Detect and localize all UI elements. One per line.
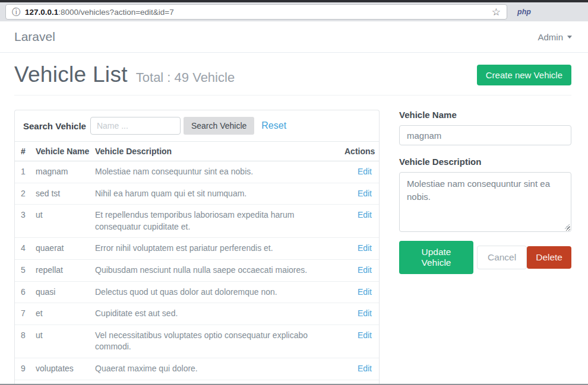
vehicle-list-card: Search Vehicle Search Vehicle Reset # Ve… <box>14 110 380 385</box>
row-vehicle-name: sed tst <box>31 183 90 205</box>
page-info-icon[interactable]: ⓘ <box>12 8 20 16</box>
row-vehicle-name: et <box>31 303 90 325</box>
table-row: 3 ut Et repellendus temporibus laboriosa… <box>15 205 379 238</box>
table-row: 2 sed tst Nihil ea harum quam qui et sit… <box>15 183 379 205</box>
table-row: 4 quaerat Error nihil voluptatem est par… <box>15 238 379 260</box>
edit-link[interactable]: Edit <box>358 243 372 253</box>
total-count-label: Total : 49 Vehicle <box>136 70 235 85</box>
row-number: 7 <box>15 303 31 325</box>
header-divider <box>14 95 571 96</box>
bookmark-star-icon[interactable]: ☆ <box>492 7 501 17</box>
edit-link[interactable]: Edit <box>358 167 372 176</box>
vehicle-table: # Vehicle Name Vehicle Description Actio… <box>15 141 379 385</box>
row-number: 6 <box>15 281 31 303</box>
row-vehicle-description: Nihil ea harum quam qui et sit numquam. <box>90 183 340 205</box>
reset-link[interactable]: Reset <box>261 120 286 131</box>
table-row: 5 repellat Quibusdam nesciunt nulla null… <box>15 259 379 281</box>
browser-toolbar: ⓘ 127.0.0.1:8000/vehicles?action=edit&id… <box>0 2 588 21</box>
row-vehicle-description: Vel necessitatibus voluptates optio cons… <box>90 324 340 358</box>
admin-dropdown[interactable]: Admin <box>538 32 572 42</box>
table-row: 8 ut Vel necessitatibus voluptates optio… <box>15 324 379 358</box>
row-vehicle-name: ut <box>31 205 90 238</box>
admin-dropdown-label: Admin <box>538 32 563 42</box>
update-vehicle-button[interactable]: Update Vehicle <box>399 241 473 274</box>
row-number: 2 <box>15 183 31 205</box>
create-vehicle-button[interactable]: Create new Vehicle <box>477 65 571 85</box>
row-vehicle-description: Molestiae nam consequuntur sint ea nobis… <box>90 161 340 183</box>
row-number: 8 <box>15 324 31 358</box>
row-vehicle-description: Et repellendus temporibus laboriosam exp… <box>90 205 340 238</box>
row-vehicle-name: ut <box>31 324 90 358</box>
row-vehicle-description: Delectus quod ut quas dolor aut doloremq… <box>90 281 340 303</box>
url-host: 127.0.0.1 <box>25 8 58 17</box>
bookmark-php[interactable]: php <box>517 8 531 16</box>
col-header-description: Vehicle Description <box>90 142 340 161</box>
vehicle-table-body: 1 magnam Molestiae nam consequuntur sint… <box>15 161 379 385</box>
browser-chrome: ⓘ 127.0.0.1:8000/vehicles?action=edit&id… <box>0 0 588 21</box>
row-vehicle-name: quasi <box>31 281 90 303</box>
url-text: 127.0.0.1:8000/vehicles?action=edit&id=7 <box>25 8 174 17</box>
row-vehicle-name: repellat <box>31 259 90 281</box>
vehicle-name-label: Vehicle Name <box>399 110 571 120</box>
row-vehicle-name: magnam <box>31 161 90 183</box>
search-button[interactable]: Search Vehicle <box>184 117 254 135</box>
edit-link[interactable]: Edit <box>358 330 372 340</box>
cancel-button[interactable]: Cancel <box>477 246 527 269</box>
vehicle-description-textarea[interactable]: Molestiae nam consequuntur sint ea nobis… <box>399 172 571 232</box>
edit-link[interactable]: Edit <box>358 287 372 297</box>
page-header: Vehicle List Total : 49 Vehicle Create n… <box>14 62 571 87</box>
search-label: Search Vehicle <box>23 121 86 131</box>
search-input[interactable] <box>90 117 181 135</box>
edit-link[interactable]: Edit <box>358 189 372 198</box>
col-header-name: Vehicle Name <box>31 142 90 161</box>
app-navbar: Laravel Admin <box>0 21 588 53</box>
row-vehicle-description: Quaerat maxime qui dolore. <box>90 358 340 380</box>
url-bar[interactable]: ⓘ 127.0.0.1:8000/vehicles?action=edit&id… <box>5 4 507 20</box>
row-vehicle-name: quaerat <box>31 238 90 260</box>
table-row: 9 voluptates Quaerat maxime qui dolore. … <box>15 358 379 380</box>
vehicle-description-label: Vehicle Description <box>399 157 571 167</box>
row-number: 1 <box>15 161 31 183</box>
row-vehicle-description: Quibusdam nesciunt nulla nulla saepe occ… <box>90 259 340 281</box>
delete-button[interactable]: Delete <box>527 246 571 269</box>
chevron-down-icon <box>567 36 572 39</box>
table-row: 7 et Cupiditate est aut sed. Edit <box>15 303 379 325</box>
row-number: 5 <box>15 259 31 281</box>
row-vehicle-description: Cupiditate est aut sed. <box>90 303 340 325</box>
edit-link[interactable]: Edit <box>358 265 372 275</box>
edit-link[interactable]: Edit <box>358 364 372 373</box>
row-vehicle-name: voluptates <box>31 358 90 380</box>
brand-laravel[interactable]: Laravel <box>14 30 55 44</box>
row-number: 3 <box>15 205 31 238</box>
col-header-actions: Actions <box>340 142 379 161</box>
search-form: Search Vehicle Search Vehicle Reset <box>15 110 379 141</box>
row-vehicle-description: Error nihil voluptatem est pariatur perf… <box>90 238 340 260</box>
page-container: Vehicle List Total : 49 Vehicle Create n… <box>0 62 588 385</box>
row-number: 9 <box>15 358 31 380</box>
url-path: :8000/vehicles?action=edit&id=7 <box>58 8 173 17</box>
table-header-row: # Vehicle Name Vehicle Description Actio… <box>15 142 379 161</box>
edit-vehicle-form: Vehicle Name Vehicle Description Molesti… <box>399 110 571 385</box>
vehicle-name-input[interactable] <box>399 125 571 145</box>
table-row: 1 magnam Molestiae nam consequuntur sint… <box>15 161 379 183</box>
vehicle-description-wrap: Molestiae nam consequuntur sint ea nobis… <box>399 172 571 232</box>
table-row: 6 quasi Delectus quod ut quas dolor aut … <box>15 281 379 303</box>
edit-link[interactable]: Edit <box>358 210 372 219</box>
edit-link[interactable]: Edit <box>358 308 372 318</box>
row-number: 4 <box>15 238 31 260</box>
main-content: Search Vehicle Search Vehicle Reset # Ve… <box>14 110 571 385</box>
form-buttons: Update Vehicle Cancel Delete <box>399 241 571 274</box>
col-header-number: # <box>15 142 31 161</box>
page-title: Vehicle List <box>14 62 128 87</box>
